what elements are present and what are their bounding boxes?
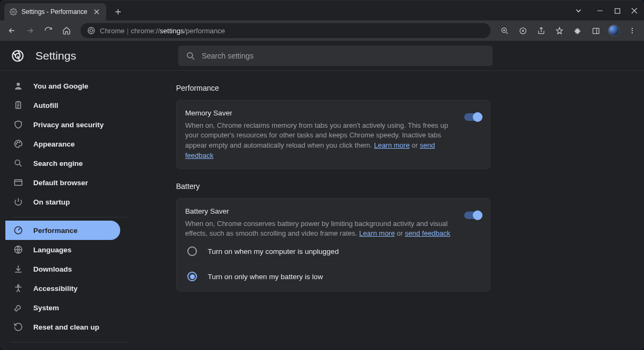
side-panel-icon[interactable] [588, 23, 603, 38]
memory-saver-desc: When on, Chrome reclaims memory from tab… [185, 121, 456, 161]
download-icon [13, 264, 24, 274]
svg-rect-1 [615, 9, 620, 13]
window-minimize-button[interactable] [592, 3, 608, 18]
radio-icon [187, 272, 197, 281]
shield-icon [13, 119, 24, 130]
battery-option-unplugged[interactable]: Turn on when my computer is unplugged [185, 239, 481, 264]
address-bar[interactable]: Chrome|chrome://settings/performance [80, 23, 491, 38]
forward-button[interactable] [23, 23, 38, 38]
svg-point-17 [19, 142, 20, 143]
sidebar-item-performance[interactable]: Performance [5, 221, 120, 240]
extensions-icon[interactable] [570, 23, 585, 38]
battery-saver-desc: When on, Chrome conserves battery power … [185, 219, 456, 239]
speedometer-icon [13, 225, 24, 236]
share-icon[interactable] [533, 23, 548, 38]
browser-menu-icon[interactable] [625, 23, 640, 38]
sidebar-item-downloads[interactable]: Downloads [0, 259, 120, 279]
search-icon [13, 158, 24, 169]
sidebar-item-label: Downloads [33, 265, 72, 273]
window-close-button[interactable] [627, 3, 642, 18]
accessibility-icon [13, 283, 24, 294]
sidebar-item-accessibility[interactable]: Accessibility [0, 279, 120, 298]
learn-more-link[interactable]: Learn more [374, 141, 409, 149]
sidebar-item-autofill[interactable]: Autofill [0, 96, 120, 115]
sidebar-item-search-engine[interactable]: Search engine [0, 154, 120, 173]
sidebar-item-label: Search engine [33, 159, 83, 167]
new-tab-button[interactable] [111, 4, 126, 19]
svg-point-9 [632, 32, 633, 33]
sidebar-item-on-startup[interactable]: On startup [0, 192, 120, 212]
bookmark-icon[interactable] [552, 23, 567, 38]
settings-title: Settings [35, 49, 76, 62]
sidebar-item-label: Reset and clean up [33, 323, 99, 331]
sidebar-item-appearance[interactable]: Appearance [0, 134, 120, 154]
zoom-icon[interactable] [497, 23, 512, 38]
window-maximize-button[interactable] [610, 3, 625, 18]
svg-point-7 [632, 28, 633, 29]
svg-point-8 [632, 30, 633, 31]
gear-icon [10, 8, 17, 16]
settings-search[interactable] [178, 46, 493, 66]
close-tab-icon[interactable] [92, 8, 101, 16]
radio-label: Turn on when my computer is unplugged [208, 247, 339, 256]
memory-saver-toggle[interactable] [464, 113, 481, 121]
sidebar-item-default-browser[interactable]: Default browser [0, 173, 120, 192]
browser-tab[interactable]: Settings - Performance [4, 3, 106, 20]
sidebar-item-label: Privacy and security [33, 121, 104, 129]
sidebar-item-you-and-google[interactable]: You and Google [0, 76, 120, 96]
sidebar-item-languages[interactable]: Languages [0, 240, 120, 259]
settings-header: Settings [0, 41, 644, 71]
sidebar-item-system[interactable]: System [0, 298, 120, 317]
memory-saver-card: Memory Saver When on, Chrome reclaims me… [176, 100, 491, 169]
sidebar-item-label: Performance [33, 227, 78, 235]
palette-icon [13, 138, 24, 149]
url-text: Chrome|chrome://settings/performance [100, 27, 225, 35]
sidebar-separator [11, 217, 128, 217]
reload-button[interactable] [41, 23, 56, 38]
section-title-performance: Performance [176, 84, 491, 92]
battery-saver-title: Battery Saver [185, 206, 456, 217]
tab-title: Settings - Performance [21, 8, 88, 16]
browser-tabstrip: Settings - Performance [0, 0, 644, 20]
settings-content: Performance Memory Saver When on, Chrome… [138, 71, 644, 350]
site-info-icon[interactable] [87, 26, 96, 35]
chrome-logo-icon [11, 49, 25, 63]
svg-point-16 [17, 142, 18, 143]
battery-option-low[interactable]: Turn on only when my battery is low [185, 264, 481, 289]
learn-more-link[interactable]: Learn more [359, 229, 394, 237]
svg-point-0 [12, 11, 14, 13]
svg-point-15 [16, 143, 17, 144]
sidebar-item-reset[interactable]: Reset and clean up [0, 317, 120, 337]
browser-toolbar: Chrome|chrome://settings/performance [0, 20, 644, 41]
profile-avatar[interactable] [606, 23, 621, 38]
tab-search-icon[interactable] [571, 3, 586, 18]
sidebar-item-extensions[interactable]: Extensions [0, 346, 120, 350]
radio-icon [187, 246, 197, 256]
battery-saver-toggle[interactable] [464, 212, 481, 219]
svg-point-18 [15, 160, 20, 165]
battery-saver-card: Battery Saver When on, Chrome conserves … [176, 198, 491, 291]
sidebar-item-label: Accessibility [33, 285, 78, 293]
home-button[interactable] [59, 23, 74, 38]
sidebar-item-privacy[interactable]: Privacy and security [0, 115, 120, 134]
sidebar-item-label: You and Google [33, 82, 89, 90]
wrench-icon [13, 302, 24, 313]
svg-rect-6 [592, 28, 598, 33]
svg-point-13 [17, 83, 20, 86]
svg-point-12 [187, 53, 193, 58]
section-title-battery: Battery [176, 182, 491, 191]
clipboard-icon [13, 100, 24, 111]
sidebar-item-label: Languages [33, 246, 71, 254]
sidebar-item-label: On startup [33, 198, 70, 206]
restore-icon [13, 322, 24, 332]
install-icon[interactable] [515, 23, 530, 38]
settings-search-input[interactable] [202, 52, 485, 60]
svg-rect-19 [14, 180, 22, 186]
sidebar-item-label: Default browser [33, 179, 88, 187]
sidebar-item-label: System [33, 304, 59, 312]
back-button[interactable] [4, 23, 19, 38]
memory-saver-title: Memory Saver [185, 108, 456, 119]
person-icon [13, 81, 24, 91]
svg-point-22 [18, 285, 19, 286]
send-feedback-link[interactable]: send feedback [405, 229, 450, 237]
